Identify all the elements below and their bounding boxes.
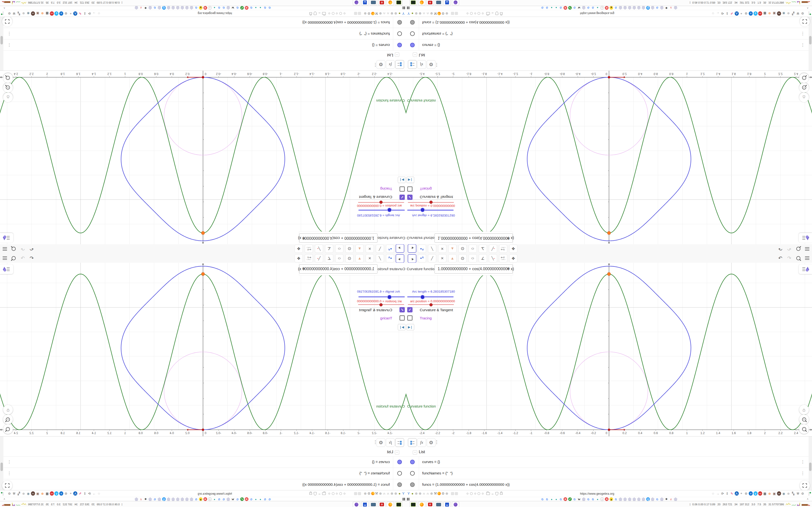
overflow-menu-icon[interactable]: ⋮ xyxy=(1,11,5,15)
polygon-tool[interactable]: ▲ xyxy=(355,244,364,253)
firefox-icon[interactable] xyxy=(371,11,375,16)
headset-icon[interactable]: ∩ xyxy=(426,491,430,496)
algebra-row[interactable]: curves = {}⋮ xyxy=(406,457,812,468)
overflow-menu-icon[interactable]: ⋮ xyxy=(1,492,5,496)
gear-icon[interactable]: ⚙ xyxy=(64,491,68,496)
bookmark-favicon[interactable]: G xyxy=(559,6,563,10)
arc-length-slider-thumb[interactable] xyxy=(420,208,425,212)
menu-icon[interactable] xyxy=(2,246,8,252)
kebab-menu-icon[interactable]: ⋮ xyxy=(7,43,11,48)
headset-icon[interactable]: ∩ xyxy=(426,11,430,16)
headset-icon[interactable]: ∩ xyxy=(386,491,390,496)
back-arrow-icon[interactable]: ← xyxy=(317,491,321,495)
bookmark-favicon[interactable] xyxy=(181,497,184,501)
search-icon[interactable] xyxy=(795,255,801,261)
display-app-icon[interactable] xyxy=(435,502,442,507)
scrollbar-thumb[interactable] xyxy=(0,36,3,44)
algebra-row[interactable]: funcNames = {" "}⋮ xyxy=(0,468,406,479)
polygon-tool[interactable]: ▲ xyxy=(355,254,364,263)
shield-icon[interactable] xyxy=(495,12,498,15)
bookmark-favicon[interactable]: ● xyxy=(596,497,599,501)
arc-position-slider-thumb[interactable] xyxy=(379,201,383,204)
bookmark-favicon[interactable]: i xyxy=(600,6,604,10)
bookmark-favicon[interactable] xyxy=(628,6,631,10)
circle-with-center-tool[interactable]: ⊙ xyxy=(345,254,354,263)
add-icon[interactable]: + xyxy=(749,491,753,496)
circle-with-center-tool[interactable]: ⊙ xyxy=(458,244,467,253)
bookmark-favicon[interactable]: Q xyxy=(162,497,166,501)
puzzle-icon[interactable]: ▚ xyxy=(791,491,795,496)
bookmark-favicon[interactable]: G xyxy=(236,497,239,501)
bookmark-favicon[interactable]: Я xyxy=(245,497,248,501)
angle-tool[interactable]: ∠ xyxy=(325,244,333,253)
folder-icon[interactable] xyxy=(322,12,326,15)
bookmark-star-icon[interactable]: ☆ xyxy=(97,491,101,496)
visibility-marble[interactable] xyxy=(397,43,402,47)
arc-length-slider[interactable] xyxy=(358,210,405,211)
bookmark-favicon[interactable]: G xyxy=(573,6,576,10)
curvature-function-dropdown[interactable]: 1.000000000000 + cos(4.000000000000 x) ▼ xyxy=(435,264,513,274)
shield-icon[interactable] xyxy=(495,492,498,495)
algebra-row[interactable]: funcs = {1.000000000000 + cos(4.00000000… xyxy=(406,479,812,491)
zoom-in-button[interactable]: + xyxy=(799,83,809,93)
globe-icon[interactable]: ⊕ xyxy=(21,491,26,496)
settings-app-icon[interactable]: ⚙ xyxy=(426,502,434,507)
bookmark-favicon[interactable] xyxy=(181,6,184,10)
bookmark-favicon[interactable]: G xyxy=(194,497,198,501)
conic-tool[interactable]: ○ xyxy=(335,254,343,263)
page-action-dot[interactable] xyxy=(469,491,473,496)
bookmark-favicon[interactable]: G xyxy=(268,6,271,10)
bookmark-favicon[interactable]: Я xyxy=(564,497,567,501)
headset-icon[interactable]: ∩ xyxy=(422,491,426,496)
bookmark-favicon[interactable]: f xyxy=(669,497,673,501)
globe-icon[interactable]: ⊕ xyxy=(430,11,434,16)
visibility-marble[interactable] xyxy=(410,483,415,487)
line-tool[interactable]: ╱ xyxy=(428,254,436,263)
shield-circle-icon[interactable]: ◉ xyxy=(782,491,786,496)
move-graphics-tool[interactable]: ✥ xyxy=(295,244,303,253)
network-globe-icon[interactable]: ⊛ xyxy=(767,11,772,16)
url-text[interactable]: https://www.geogebra.org xyxy=(198,492,232,495)
bookmark-favicon[interactable]: ✸ xyxy=(144,497,147,501)
add-icon[interactable]: + xyxy=(59,491,63,496)
overflow-menu-icon[interactable]: ⋮ xyxy=(807,11,811,15)
bookmark-favicon[interactable]: f xyxy=(669,6,673,10)
bookmark-favicon[interactable]: G xyxy=(263,497,267,501)
tracing-checkbox[interactable] xyxy=(400,186,405,192)
shield-down-icon[interactable]: ∨ xyxy=(55,491,59,496)
algebra-tree-view-button[interactable] xyxy=(395,438,404,447)
trash-icon[interactable]: ▦ xyxy=(763,11,767,16)
settings-button[interactable]: ⚙ xyxy=(376,438,385,447)
arc-position-slider[interactable] xyxy=(358,304,404,305)
tracing-checkbox[interactable] xyxy=(407,315,412,321)
perpendicular-line-tool[interactable]: ✕ xyxy=(366,244,374,253)
tracing-checkbox[interactable] xyxy=(400,315,405,321)
menu-icon[interactable] xyxy=(804,255,810,261)
bookmark-favicon[interactable]: W xyxy=(231,497,235,501)
updown-arrows-icon[interactable]: ∧∨ xyxy=(690,2,691,4)
curvature-tangent-checkbox[interactable]: ✓ xyxy=(400,194,405,200)
disabled-extension-icon[interactable] xyxy=(354,491,357,496)
add-icon[interactable]: + xyxy=(749,11,753,16)
arc-length-slider-thumb[interactable] xyxy=(387,295,392,299)
bookmark-favicon[interactable]: G xyxy=(263,6,267,10)
updown-arrows-icon[interactable]: ∧∨ xyxy=(121,503,122,506)
disabled-extension-icon[interactable] xyxy=(451,491,455,496)
bookmark-favicon[interactable]: Я xyxy=(203,6,207,10)
settings-button[interactable]: ⚙ xyxy=(376,60,385,69)
wrench-icon[interactable]: ⚒ xyxy=(796,11,800,16)
gear-icon[interactable]: ⚙ xyxy=(7,491,12,496)
bookmark-favicon[interactable]: G xyxy=(545,6,549,10)
disabled-extension-icon[interactable] xyxy=(357,11,361,16)
algebra-row[interactable]: curves = {}⋮ xyxy=(0,457,406,468)
purple-app-icon[interactable] xyxy=(452,502,459,507)
perpendicular-line-tool[interactable]: ✕ xyxy=(438,244,446,253)
bookmark-favicon[interactable]: ▲ xyxy=(199,6,203,10)
globe-icon[interactable]: ⊕ xyxy=(414,491,418,496)
visibility-marble[interactable] xyxy=(397,483,402,487)
disabled-extension-icon[interactable] xyxy=(455,11,458,16)
bookmark-favicon[interactable] xyxy=(167,6,170,10)
bookmark-favicon[interactable] xyxy=(674,6,677,10)
page-action-dot[interactable] xyxy=(477,491,481,496)
sidebar-toggle-card[interactable] xyxy=(799,264,812,274)
